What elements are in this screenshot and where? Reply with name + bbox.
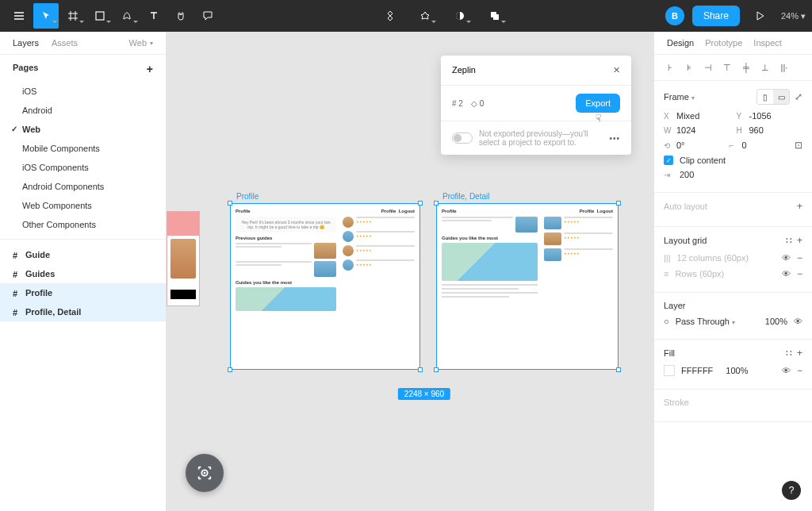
offscreen-frame[interactable] (167, 211, 200, 306)
add-grid-icon[interactable]: + (797, 235, 802, 246)
grid-rows[interactable]: Rows (60px) (675, 269, 776, 279)
component-count: ◇ 0 (471, 99, 484, 108)
share-button[interactable]: Share (692, 6, 740, 26)
clip-label: Clip content (680, 156, 726, 165)
menu-button[interactable] (6, 3, 32, 29)
page-item[interactable]: Android Components (0, 177, 166, 196)
page-item[interactable]: Web Components (0, 196, 166, 215)
align-left-icon[interactable]: ⊦ (664, 61, 676, 74)
mask-tool[interactable] (412, 3, 438, 29)
layer-opacity[interactable]: 100% (765, 317, 787, 326)
layer-item[interactable]: Profile, Detail (0, 302, 166, 321)
fill-hex[interactable]: FFFFFF (681, 366, 713, 375)
user-avatar[interactable]: B (665, 6, 684, 25)
svg-rect-0 (96, 12, 104, 20)
fill-section: Fill ∷+ FFFFFF 100% 👁 − (654, 340, 812, 390)
page-item[interactable]: Web (0, 120, 166, 139)
align-right-icon[interactable]: ⊣ (702, 61, 714, 74)
export-button[interactable]: Export ☟ (576, 94, 620, 113)
height-value[interactable]: 960 (749, 125, 764, 135)
layout-grid-header: Layout grid (664, 236, 707, 245)
lens-button[interactable] (186, 454, 224, 492)
remove-grid-icon[interactable]: − (797, 268, 802, 279)
fill-opacity[interactable]: 100% (726, 366, 748, 375)
assets-tab[interactable]: Assets (52, 38, 78, 48)
shape-tool[interactable] (87, 3, 113, 29)
layer-item[interactable]: Profile (0, 283, 166, 302)
layer-section: Layer ○ Pass Through ▾ 100% 👁 (654, 293, 812, 340)
visibility-icon[interactable]: 👁 (782, 366, 791, 375)
present-button[interactable] (748, 3, 773, 29)
component-tool[interactable] (377, 3, 403, 29)
layer-header: Layer (664, 301, 686, 310)
align-center-v-icon[interactable]: ╪ (740, 61, 753, 74)
clip-checkbox[interactable]: ✓ (664, 156, 673, 165)
rotation-value[interactable]: 0° (676, 140, 685, 150)
y-value[interactable]: -1056 (749, 111, 772, 121)
frame-profile[interactable]: ProfileProfile Logout Hey Peri! It's bee… (230, 203, 420, 370)
left-panel: Layers Assets Web ▾ Pages + iOS Android … (0, 32, 167, 511)
pen-tool[interactable] (114, 3, 140, 29)
visibility-icon[interactable]: 👁 (782, 269, 791, 279)
independent-corners-icon[interactable]: ⊡ (795, 140, 802, 151)
align-center-h-icon[interactable]: ⊧ (683, 61, 695, 74)
comment-tool[interactable] (195, 3, 220, 29)
page-item[interactable]: Android (0, 101, 166, 120)
help-button[interactable]: ? (782, 481, 801, 500)
grid-style-icon[interactable]: ∷ (786, 235, 792, 246)
design-tab[interactable]: Design (667, 38, 694, 48)
page-item[interactable]: Mobile Components (0, 139, 166, 158)
distribute-icon[interactable]: ||· (778, 61, 791, 74)
portrait-button[interactable]: ▯ (757, 90, 773, 104)
align-top-icon[interactable]: ⊤ (721, 61, 733, 74)
remove-fill-icon[interactable]: − (797, 365, 802, 376)
mockup-content: ProfileProfile Logout Guides you like th… (437, 204, 618, 369)
frame-icon (13, 251, 21, 259)
page-item[interactable]: Other Components (0, 215, 166, 234)
boolean-tool[interactable] (447, 3, 473, 29)
inspect-tab[interactable]: Inspect (753, 38, 781, 48)
landscape-button[interactable]: ▭ (773, 90, 789, 104)
add-auto-layout-icon[interactable]: + (797, 201, 802, 212)
more-icon[interactable]: ••• (609, 134, 620, 143)
pages-list: iOS Android Web Mobile Components iOS Co… (0, 82, 166, 234)
radius-value[interactable]: 0 (742, 140, 747, 150)
hand-tool[interactable] (168, 3, 193, 29)
align-bottom-icon[interactable]: ⊥ (759, 61, 772, 74)
export-toggle[interactable] (452, 133, 473, 144)
move-tool[interactable] (33, 3, 59, 29)
x-value[interactable]: Mixed (676, 111, 699, 121)
close-icon[interactable]: ✕ (613, 65, 620, 75)
layer-item[interactable]: Guides (0, 264, 166, 283)
canvas[interactable]: Profile Profile, Detail ProfileProfile L… (167, 32, 653, 511)
union-tool[interactable] (482, 3, 508, 29)
add-page-button[interactable]: + (147, 63, 153, 75)
frame-tool[interactable] (60, 3, 86, 29)
visibility-icon[interactable]: 👁 (794, 317, 802, 326)
frame-label[interactable]: Profile (236, 192, 259, 201)
frame-profile-detail[interactable]: ProfileProfile Logout Guides you like th… (436, 203, 619, 370)
svg-rect-3 (493, 14, 499, 20)
constraint-value[interactable]: 200 (680, 170, 694, 179)
visibility-icon[interactable]: 👁 (782, 253, 791, 263)
page-item[interactable]: iOS (0, 82, 166, 101)
add-fill-icon[interactable]: + (797, 348, 802, 359)
grid-columns[interactable]: 12 columns (60px) (677, 253, 776, 263)
width-value[interactable]: 1024 (676, 125, 695, 135)
frame-label[interactable]: Profile, Detail (442, 192, 489, 201)
page-selector[interactable]: Web ▾ (129, 38, 153, 48)
zoom-level[interactable]: 24% ▾ (781, 11, 806, 21)
auto-layout-header: Auto layout (664, 202, 707, 211)
resize-fit-icon[interactable]: ⤢ (795, 91, 802, 102)
layer-item[interactable]: Guide (0, 245, 166, 264)
remove-grid-icon[interactable]: − (797, 252, 802, 263)
layers-tab[interactable]: Layers (13, 38, 39, 48)
page-item[interactable]: iOS Components (0, 158, 166, 177)
rows-icon: ≡ (664, 269, 668, 279)
fill-swatch[interactable] (664, 365, 675, 376)
prototype-tab[interactable]: Prototype (705, 38, 742, 48)
fill-style-icon[interactable]: ∷ (786, 348, 792, 359)
blend-mode[interactable]: Pass Through ▾ (676, 317, 735, 326)
text-tool[interactable] (141, 3, 167, 29)
frame-header[interactable]: Frame ▾ (664, 92, 695, 102)
